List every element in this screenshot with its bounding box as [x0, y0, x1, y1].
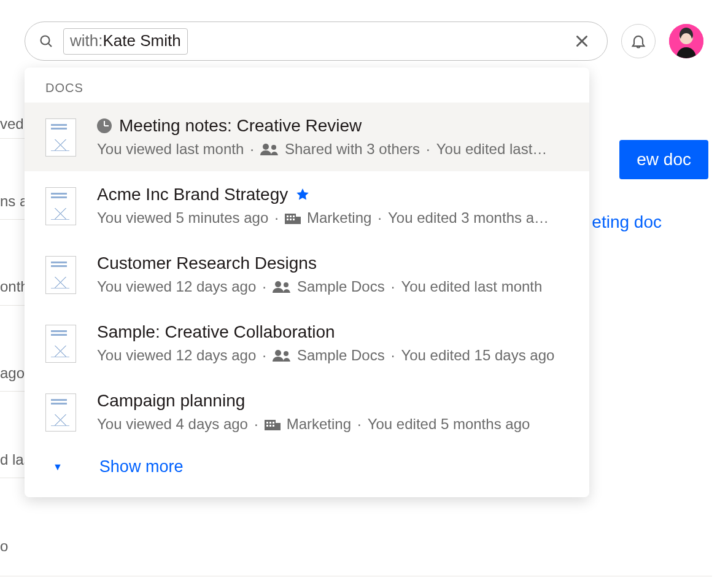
- svg-rect-27: [273, 425, 274, 427]
- result-title: Sample: Creative Collaboration: [97, 322, 335, 342]
- document-icon: [45, 393, 76, 432]
- recent-icon: [97, 118, 112, 133]
- separator-dot: ·: [274, 209, 279, 227]
- separator-dot: ·: [262, 278, 266, 295]
- search-icon: [39, 34, 53, 48]
- result-title: Customer Research Designs: [97, 254, 317, 273]
- bell-icon: [630, 33, 647, 50]
- svg-rect-24: [273, 422, 274, 424]
- bg-divider: [0, 576, 712, 576]
- people-icon: [273, 281, 291, 293]
- svg-rect-23: [269, 422, 271, 424]
- svg-rect-13: [287, 219, 288, 220]
- chevron-down-icon: ▼: [53, 462, 63, 473]
- svg-rect-10: [287, 215, 288, 217]
- document-icon: [45, 256, 76, 294]
- bg-text-6: o: [0, 538, 8, 555]
- svg-point-18: [275, 350, 281, 356]
- separator-dot: ·: [250, 141, 254, 158]
- result-location: Marketing: [287, 416, 351, 433]
- people-icon: [273, 349, 291, 362]
- document-icon: [45, 187, 76, 225]
- notifications-button[interactable]: [621, 24, 656, 58]
- create-new-doc-button[interactable]: ew doc: [619, 140, 708, 179]
- result-body: Sample: Creative CollaborationYou viewed…: [97, 322, 568, 364]
- svg-rect-22: [266, 422, 268, 424]
- svg-rect-15: [293, 219, 295, 220]
- result-meta: You viewed 5 minutes ago·Marketing·You e…: [97, 209, 568, 227]
- result-body: Customer Research DesignsYou viewed 12 d…: [97, 254, 568, 295]
- meeting-doc-link-label: eting doc: [592, 212, 662, 231]
- search-results-dropdown: DOCS Meeting notes: Creative ReviewYou v…: [25, 68, 589, 497]
- svg-point-16: [275, 281, 281, 287]
- result-body: Campaign planningYou viewed 4 days ago·M…: [97, 391, 568, 433]
- result-viewed: You viewed 12 days ago: [97, 347, 256, 364]
- result-title: Campaign planning: [97, 391, 245, 411]
- search-filter-chip[interactable]: with: Kate Smith: [63, 28, 188, 55]
- svg-point-6: [263, 144, 269, 150]
- show-more-row[interactable]: ▼ Show more: [25, 446, 589, 497]
- search-result[interactable]: Sample: Creative CollaborationYou viewed…: [25, 309, 589, 378]
- separator-dot: ·: [262, 347, 266, 364]
- bg-divider: [0, 478, 25, 478]
- result-title: Meeting notes: Creative Review: [119, 116, 362, 136]
- document-icon: [45, 118, 76, 157]
- svg-rect-26: [269, 425, 271, 427]
- bg-text-4: ago: [0, 365, 25, 382]
- result-title-line: Campaign planning: [97, 391, 568, 411]
- star-icon: [295, 187, 310, 202]
- result-location: Marketing: [307, 209, 371, 227]
- result-location: Shared with 3 others: [285, 141, 420, 158]
- meeting-doc-link[interactable]: eting doc: [592, 212, 662, 232]
- result-body: Meeting notes: Creative ReviewYou viewed…: [97, 116, 568, 158]
- bg-divider: [0, 305, 25, 306]
- show-more-label: Show more: [99, 457, 184, 476]
- svg-rect-14: [290, 219, 292, 220]
- building-icon: [285, 212, 301, 224]
- result-meta: You viewed 12 days ago·Sample Docs·You e…: [97, 278, 568, 295]
- svg-point-7: [271, 145, 276, 150]
- result-viewed: You viewed 5 minutes ago: [97, 209, 268, 227]
- svg-line-1: [48, 44, 52, 47]
- separator-dot: ·: [426, 141, 430, 158]
- svg-rect-12: [293, 215, 295, 217]
- result-title-line: Meeting notes: Creative Review: [97, 116, 568, 136]
- result-meta: You viewed 4 days ago·Marketing·You edit…: [97, 416, 568, 433]
- results-section-label: DOCS: [25, 81, 589, 103]
- separator-dot: ·: [378, 209, 382, 227]
- result-viewed: You viewed 4 days ago: [97, 416, 248, 433]
- search-filter-value: Kate Smith: [103, 31, 180, 50]
- header-bar: with: Kate Smith: [25, 21, 703, 61]
- bg-divider: [0, 219, 25, 220]
- search-result[interactable]: Campaign planningYou viewed 4 days ago·M…: [25, 378, 589, 446]
- result-meta: You viewed 12 days ago·Sample Docs·You e…: [97, 347, 568, 364]
- separator-dot: ·: [391, 278, 395, 295]
- search-result[interactable]: Meeting notes: Creative ReviewYou viewed…: [25, 103, 589, 171]
- svg-rect-25: [266, 425, 268, 427]
- svg-rect-9: [296, 217, 301, 224]
- clear-search-icon[interactable]: [574, 33, 590, 49]
- bg-divider: [0, 391, 25, 392]
- result-edited: You edited 5 months ago: [368, 416, 530, 433]
- result-location: Sample Docs: [297, 278, 385, 295]
- result-viewed: You viewed last month: [97, 141, 244, 158]
- result-edited: You edited 15 days ago: [401, 347, 554, 364]
- search-bar[interactable]: with: Kate Smith: [25, 21, 608, 61]
- result-viewed: You viewed 12 days ago: [97, 278, 256, 295]
- result-meta: You viewed last month·Shared with 3 othe…: [97, 141, 568, 158]
- search-result[interactable]: Customer Research DesignsYou viewed 12 d…: [25, 240, 589, 309]
- result-edited: You edited last…: [436, 141, 548, 158]
- result-body: Acme Inc Brand StrategyYou viewed 5 minu…: [97, 185, 568, 227]
- result-edited: You edited last month: [401, 278, 542, 295]
- result-title-line: Acme Inc Brand Strategy: [97, 185, 568, 204]
- user-avatar[interactable]: [669, 24, 703, 58]
- avatar-illustration: [669, 24, 703, 58]
- svg-rect-11: [290, 215, 292, 217]
- search-result[interactable]: Acme Inc Brand StrategyYou viewed 5 minu…: [25, 171, 589, 240]
- result-title-line: Sample: Creative Collaboration: [97, 322, 568, 342]
- separator-dot: ·: [357, 416, 362, 433]
- separator-dot: ·: [254, 416, 258, 433]
- bg-text-1: ved: [0, 115, 24, 133]
- svg-point-0: [41, 36, 50, 45]
- people-icon: [260, 143, 279, 155]
